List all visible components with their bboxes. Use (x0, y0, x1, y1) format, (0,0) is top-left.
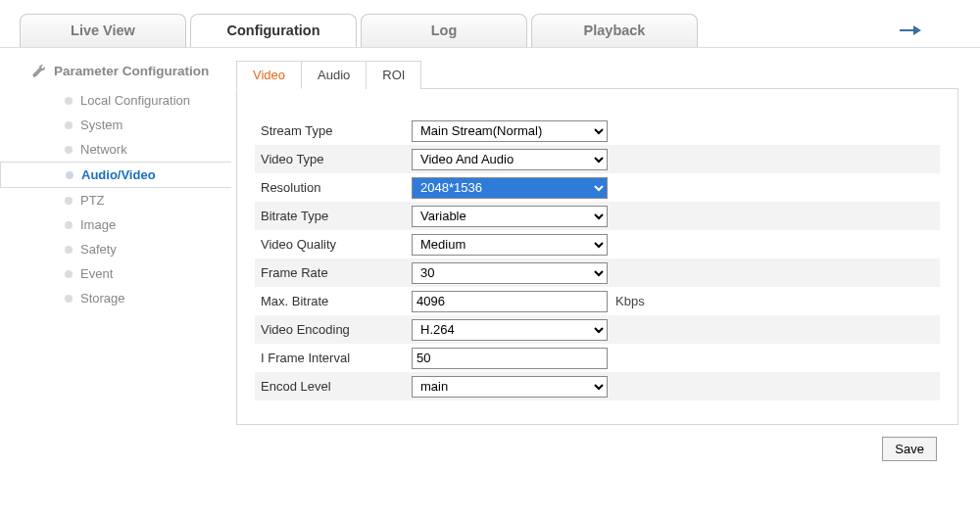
bullet-icon (65, 295, 73, 303)
subtabs: Video Audio ROI (236, 60, 958, 89)
sidebar-item-audio-video[interactable]: Audio/Video (0, 162, 231, 188)
sidebar-item-label: PTZ (80, 193, 105, 208)
sidebar-item-label: System (80, 118, 122, 132)
sidebar-item-label: Storage (80, 291, 125, 306)
sidebar-item-label: Audio/Video (81, 167, 156, 182)
label-video-quality: Video Quality (255, 237, 412, 252)
row-bitrate-type: Bitrate Type Variable (255, 202, 940, 230)
label-frame-rate: Frame Rate (255, 265, 412, 280)
subtab-roi[interactable]: ROI (366, 61, 421, 89)
bullet-icon (66, 171, 74, 179)
unit-kbps: Kbps (615, 294, 645, 308)
label-video-type: Video Type (255, 152, 412, 166)
sidebar-title-label: Parameter Configuration (54, 64, 209, 78)
row-encod-level: Encod Level main (255, 372, 940, 400)
sidebar: Parameter Configuration Local Configurat… (0, 48, 230, 461)
input-i-frame-interval[interactable] (412, 348, 608, 369)
label-video-encoding: Video Encoding (255, 322, 412, 337)
row-video-encoding: Video Encoding H.264 (255, 315, 940, 344)
arrow-right-icon[interactable] (900, 24, 921, 40)
tab-log[interactable]: Log (361, 14, 527, 47)
label-encod-level: Encod Level (255, 379, 412, 394)
subtab-audio[interactable]: Audio (301, 61, 367, 89)
bullet-icon (65, 97, 73, 105)
label-i-frame-interval: I Frame Interval (255, 351, 412, 365)
row-resolution: Resolution 2048*1536 (255, 173, 940, 202)
subtab-video[interactable]: Video (236, 61, 302, 89)
row-video-quality: Video Quality Medium (255, 230, 940, 258)
save-button[interactable]: Save (882, 437, 937, 461)
select-stream-type[interactable]: Main Stream(Normal) (412, 120, 608, 142)
bullet-icon (65, 146, 73, 154)
label-max-bitrate: Max. Bitrate (255, 294, 412, 308)
sidebar-list: Local Configuration System Network Audio… (0, 88, 230, 310)
wrench-icon (31, 64, 46, 78)
label-resolution: Resolution (255, 180, 412, 195)
sidebar-item-event[interactable]: Event (0, 261, 230, 286)
top-tabs: Live View Configuration Log Playback (0, 0, 980, 47)
row-stream-type: Stream Type Main Stream(Normal) (255, 117, 940, 145)
select-frame-rate[interactable]: 30 (412, 262, 608, 284)
sidebar-item-ptz[interactable]: PTZ (0, 188, 230, 212)
input-max-bitrate[interactable] (412, 291, 608, 312)
sidebar-item-label: Network (80, 142, 127, 157)
bullet-icon (65, 197, 73, 205)
label-bitrate-type: Bitrate Type (255, 209, 412, 223)
row-video-type: Video Type Video And Audio (255, 145, 940, 173)
bullet-icon (65, 221, 73, 229)
select-encod-level[interactable]: main (412, 376, 608, 398)
sidebar-item-local-configuration[interactable]: Local Configuration (0, 88, 230, 113)
row-frame-rate: Frame Rate 30 (255, 258, 940, 287)
select-video-encoding[interactable]: H.264 (412, 319, 608, 341)
bullet-icon (65, 121, 73, 129)
select-bitrate-type[interactable]: Variable (412, 206, 608, 227)
sidebar-item-system[interactable]: System (0, 113, 230, 137)
row-max-bitrate: Max. Bitrate Kbps (255, 287, 940, 315)
sidebar-item-network[interactable]: Network (0, 137, 230, 162)
content: Video Audio ROI Stream Type Main Stream(… (230, 48, 980, 461)
select-video-quality[interactable]: Medium (412, 234, 608, 256)
sidebar-item-label: Image (80, 217, 116, 232)
row-i-frame-interval: I Frame Interval (255, 344, 940, 372)
select-video-type[interactable]: Video And Audio (412, 149, 608, 170)
tab-configuration[interactable]: Configuration (190, 14, 357, 47)
tab-live-view[interactable]: Live View (20, 14, 186, 47)
label-stream-type: Stream Type (255, 123, 412, 138)
tab-playback[interactable]: Playback (531, 14, 698, 47)
sidebar-item-safety[interactable]: Safety (0, 237, 230, 261)
sidebar-item-label: Event (80, 266, 113, 281)
save-row: Save (236, 425, 958, 461)
sidebar-item-storage[interactable]: Storage (0, 286, 230, 310)
bullet-icon (65, 270, 73, 278)
sidebar-item-image[interactable]: Image (0, 212, 230, 237)
sidebar-item-label: Safety (80, 242, 117, 257)
sidebar-title: Parameter Configuration (0, 60, 230, 88)
main-area: Parameter Configuration Local Configurat… (0, 47, 980, 461)
video-panel: Stream Type Main Stream(Normal) Video Ty… (236, 89, 958, 425)
bullet-icon (65, 246, 73, 254)
select-resolution[interactable]: 2048*1536 (412, 177, 608, 199)
sidebar-item-label: Local Configuration (80, 93, 190, 108)
